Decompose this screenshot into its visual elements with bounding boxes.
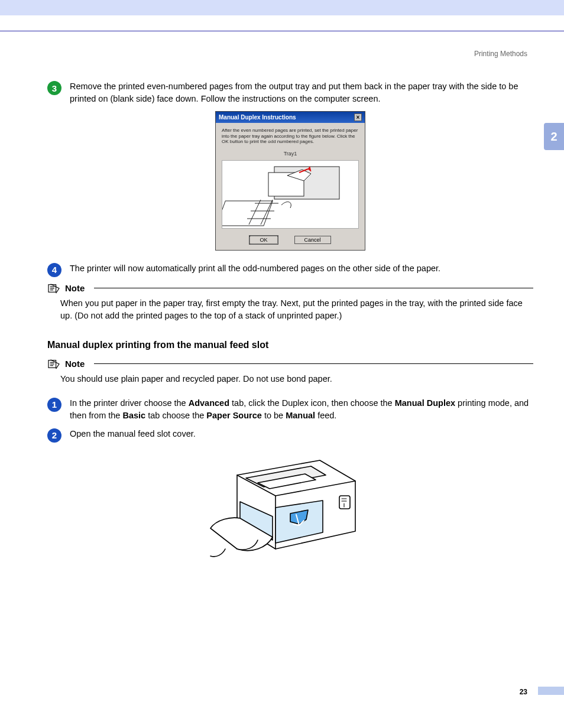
note-2-label: Note — [65, 359, 85, 369]
chapter-tab: 2 — [544, 123, 564, 150]
step-4-text: The printer will now automatically print… — [70, 262, 533, 277]
note-1-label: Note — [65, 283, 85, 293]
step-bullet-b2: 2 — [47, 428, 61, 443]
note-2-body: You should use plain paper and recycled … — [60, 373, 533, 385]
printer-tray-icon — [222, 161, 358, 229]
step-b2-text: Open the manual feed slot cover. — [70, 428, 533, 443]
t: Basic — [122, 411, 145, 420]
dialog-body: After the even numbered pages are printe… — [216, 123, 365, 250]
note-1-body: When you put paper in the paper tray, fi… — [60, 297, 533, 322]
step-b2: 2 Open the manual feed slot cover. — [47, 428, 533, 443]
header-rule — [0, 31, 564, 31]
t: to be — [262, 411, 286, 420]
t: feed. — [315, 411, 336, 420]
top-header-band — [0, 0, 564, 15]
note-2: Note You should use plain paper and recy… — [47, 359, 533, 385]
step-4: 4 The printer will now automatically pri… — [47, 262, 533, 277]
step-bullet-b1: 1 — [47, 398, 61, 412]
step-bullet-4: 4 — [47, 263, 61, 277]
dialog-tray-label: Tray1 — [222, 151, 359, 157]
printer-icon — [205, 448, 376, 567]
svg-rect-17 — [339, 496, 350, 509]
t: Manual Duplex — [395, 398, 455, 408]
section-heading: Manual duplex printing from the manual f… — [47, 340, 533, 350]
ok-button[interactable]: OK — [249, 236, 277, 244]
close-icon[interactable]: × — [354, 113, 362, 121]
dialog-illustration — [222, 160, 359, 229]
page-content: 3 Remove the printed even-numbered pages… — [47, 80, 533, 567]
note-1: Note When you put paper in the paper tra… — [47, 283, 533, 322]
t: tab, click the Duplex icon, then choose … — [229, 398, 395, 408]
t: Advanced — [189, 398, 229, 408]
step-3-text: Remove the printed even-numbered pages f… — [70, 80, 533, 105]
step-b1: 1 In the printer driver choose the Advan… — [47, 397, 533, 422]
note-2-rule — [94, 363, 533, 364]
page-number-bar — [538, 687, 564, 695]
duplex-dialog: Manual Duplex Instructions × After the e… — [215, 111, 365, 251]
t: tab choose the — [145, 411, 206, 420]
note-1-rule — [94, 288, 533, 288]
step-3: 3 Remove the printed even-numbered pages… — [47, 80, 533, 105]
dialog-figure: Manual Duplex Instructions × After the e… — [47, 111, 533, 251]
printer-illustration — [47, 448, 533, 567]
t: Paper Source — [206, 411, 262, 420]
dialog-titlebar: Manual Duplex Instructions × — [216, 112, 365, 123]
svg-rect-3 — [222, 201, 273, 226]
dialog-message: After the even numbered pages are printe… — [222, 128, 359, 145]
dialog-buttons: OK Cancel — [222, 236, 359, 244]
section-name: Printing Methods — [474, 50, 527, 58]
note-2-head: Note — [47, 359, 533, 369]
t: Manual — [286, 411, 315, 420]
step-bullet-3: 3 — [47, 81, 61, 95]
note-icon — [47, 283, 60, 294]
cancel-button[interactable]: Cancel — [294, 236, 331, 244]
note-1-head: Note — [47, 283, 533, 294]
dialog-title-text: Manual Duplex Instructions — [219, 114, 296, 121]
step-b1-text: In the printer driver choose the Advance… — [70, 397, 533, 422]
t: In the printer driver choose the — [70, 398, 189, 408]
note-icon — [47, 359, 60, 369]
page-number: 23 — [520, 688, 527, 696]
